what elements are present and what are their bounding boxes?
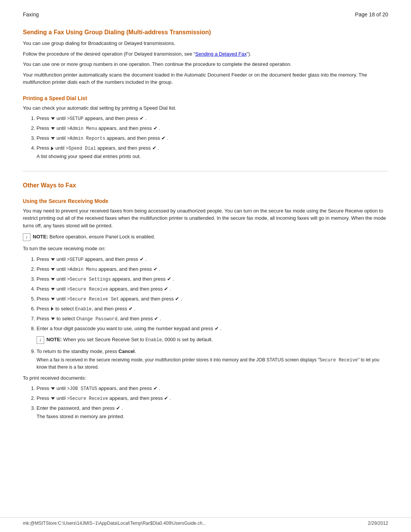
arrow-down-icon: [51, 318, 55, 320]
list-item: Press until >Secure Receive appears, and…: [37, 395, 388, 402]
list-item: Press until >SETUP appears, and then pre…: [37, 256, 388, 263]
step3-mid: until: [55, 135, 67, 141]
step2-suffix: appears, and then press ✔ .: [97, 125, 160, 131]
step4-prefix: Press: [37, 145, 51, 151]
arrow-down-icon: [51, 127, 55, 130]
list-item: Press until >Admin Reports appears, and …: [37, 134, 388, 142]
list-item: Enter a four-digit passcode you want to …: [37, 325, 388, 332]
list-item: Press until >SETUP appears, and then pre…: [37, 115, 388, 122]
speed-dial-title: Printing a Speed Dial List: [23, 95, 388, 101]
arrow-down-icon: [51, 258, 55, 261]
step1-prefix: Press: [37, 115, 51, 121]
page-number: Page 18 of 20: [355, 11, 388, 18]
secure-receiving-title: Using the Secure Receiving Mode: [23, 198, 388, 204]
speed-dial-intro: You can check your automatic dial settin…: [23, 104, 388, 112]
page-header: Faxing Page 18 of 20: [23, 11, 388, 18]
to-turn-on-label: To turn the secure receiving mode on:: [23, 245, 388, 252]
list-item: Enter the password, and then press ✔ . T…: [37, 404, 388, 420]
list-item: Press until >Admin Menu appears, and the…: [37, 125, 388, 132]
section-other-ways: Other Ways to Fax: [23, 182, 388, 189]
list-item: Press until >Secure Receive appears, and…: [37, 285, 388, 293]
group-dialing-para2-prefix: Follow the procedure of the desired oper…: [23, 51, 195, 57]
arrow-down-icon: [51, 397, 55, 400]
step4-sub: A list showing your speed dial entries p…: [37, 153, 388, 160]
list-item: Press to select Change Password, and the…: [37, 315, 388, 323]
speed-dial-steps: Press until >SETUP appears, and then pre…: [37, 115, 388, 160]
section-group-dialing: Sending a Fax Using Group Dialing (Multi…: [23, 29, 388, 86]
arrow-right-icon: [51, 147, 54, 150]
section-secure-receiving: Using the Secure Receiving Mode You may …: [23, 198, 388, 420]
step1-code: >SETUP: [67, 116, 83, 121]
group-dialing-para4: Your multifunction printer automatically…: [23, 71, 388, 86]
arrow-down-icon: [51, 268, 55, 271]
step4-code: >Speed Dial: [66, 146, 96, 151]
step2-mid: until: [55, 125, 67, 131]
step2-prefix: Press: [37, 125, 51, 131]
list-item: Press to select Enable, and then press ✔…: [37, 305, 388, 313]
step3-prefix: Press: [37, 135, 51, 141]
arrow-down-icon: [51, 288, 55, 291]
step3-suffix: appears, and then press ✔ .: [105, 135, 169, 141]
secure-mode-on-steps-cont: To return to the standby mode, press Can…: [37, 348, 388, 371]
arrow-down-icon: [51, 298, 55, 300]
footer-path: mk:@MSITStore:C:\Users\14JMIS~1\AppData\…: [23, 521, 206, 526]
note-box-1: i NOTE: Before operation, ensure Panel L…: [23, 233, 388, 241]
to-print-label: To print received documents:: [23, 374, 388, 382]
list-item: Press until >Speed Dial appears, and the…: [37, 144, 388, 160]
page-footer: mk:@MSITStore:C:\Users\14JMIS~1\AppData\…: [0, 517, 411, 526]
step4-suffix: appears, and then press ✔ .: [96, 145, 159, 151]
note-text-1: NOTE: Before operation, ensure Panel Loc…: [33, 233, 155, 241]
step4-mid: until: [54, 145, 66, 151]
list-item: Press until >JOB STATUS appears, and the…: [37, 385, 388, 392]
step2-code: >Admin Menu: [67, 126, 97, 131]
arrow-down-icon: [51, 387, 55, 390]
note-text-2: NOTE: When you set Secure Receive Set to…: [46, 336, 213, 343]
group-dialing-para2-suffix: ”).: [247, 51, 251, 57]
list-item: To return to the standby mode, press Can…: [37, 348, 388, 371]
group-dialing-para2: Follow the procedure of the desired oper…: [23, 50, 388, 58]
doc-title: Faxing: [23, 11, 39, 18]
step3-code: >Admin Reports: [67, 136, 105, 141]
step3-print-sub: The faxes stored in memory are printed.: [37, 413, 388, 420]
secure-receiving-para1: You may need to prevent your received fa…: [23, 207, 388, 230]
arrow-down-icon: [51, 117, 55, 120]
note-icon-2: i: [37, 336, 44, 344]
step1-suffix: appears, and then press ✔ .: [83, 115, 147, 121]
arrow-down-icon: [51, 137, 55, 140]
group-dialing-para1: You can use group dialing for Broadcasti…: [23, 40, 388, 47]
note-icon-1: i: [23, 233, 30, 241]
step1-mid: until: [55, 115, 67, 121]
section-speed-dial: Printing a Speed Dial List You can check…: [23, 95, 388, 160]
secure-mode-on-steps: Press until >SETUP appears, and then pre…: [37, 256, 388, 332]
section-group-dialing-title: Sending a Fax Using Group Dialing (Multi…: [23, 29, 388, 36]
arrow-right-icon: [51, 307, 54, 311]
delayed-fax-link[interactable]: Sending a Delayed Fax: [195, 51, 247, 57]
list-item: Press until >Secure Receive Set appears,…: [37, 295, 388, 303]
list-item: Press until >Admin Menu appears, and the…: [37, 265, 388, 273]
other-ways-title: Other Ways to Fax: [23, 182, 388, 189]
list-item: Press until >Secure Settings appears, an…: [37, 275, 388, 283]
section-divider: [23, 171, 388, 171]
footer-date: 2/29/2012: [368, 521, 388, 526]
arrow-down-icon: [51, 278, 55, 281]
note-box-2: i NOTE: When you set Secure Receive Set …: [37, 336, 388, 344]
group-dialing-para3: You can use one or more group numbers in…: [23, 61, 388, 68]
print-received-steps: Press until >JOB STATUS appears, and the…: [37, 385, 388, 420]
step9-sub: When a fax is received in the secure rec…: [37, 356, 388, 371]
